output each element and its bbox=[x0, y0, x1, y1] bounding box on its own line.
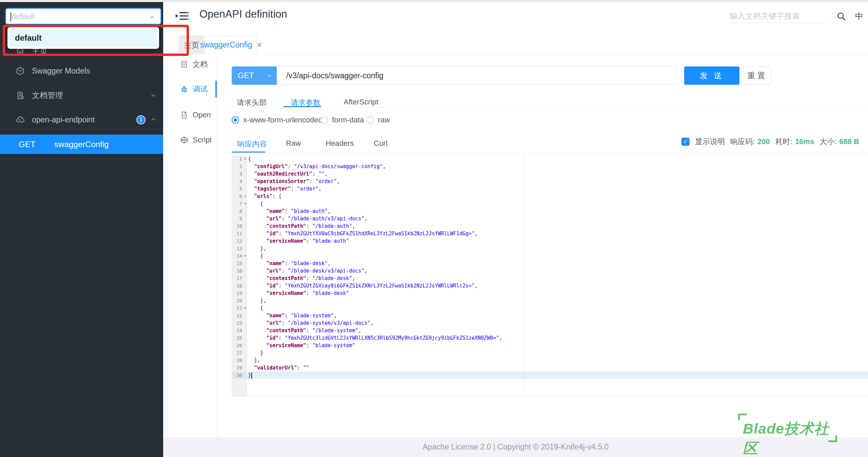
editor-line[interactable]: 21▾ { bbox=[232, 304, 868, 312]
editor-line[interactable]: 7▾ { bbox=[232, 200, 868, 207]
line-number: 21▾ bbox=[232, 304, 247, 312]
editor-line[interactable]: 25 "id": "YmxhZGUtc3lzdGVtL2JsYWRlLXN5c3… bbox=[232, 334, 868, 342]
editor-line[interactable]: 1▾{ bbox=[232, 155, 868, 163]
response-code-editor[interactable]: 1▾{2 "configUrl": "/v3/api-docs/swagger-… bbox=[232, 155, 868, 397]
editor-line[interactable]: 12 "serviceName": "blade-auth" bbox=[232, 237, 868, 245]
menu-fold-icon[interactable] bbox=[175, 9, 190, 23]
line-number: 17 bbox=[232, 275, 247, 282]
sidebar-item-label: 文档管理 bbox=[32, 90, 63, 101]
tab-raw[interactable]: Raw bbox=[286, 139, 301, 148]
divider bbox=[217, 153, 868, 153]
line-number: 1▾ bbox=[232, 155, 247, 163]
nav-item-open[interactable]: Open bbox=[163, 107, 217, 123]
line-number: 30 bbox=[232, 372, 247, 379]
radio-x-www-form-urlencoded[interactable]: x-www-form-urlencoded bbox=[232, 116, 323, 124]
doc-manage-icon bbox=[16, 91, 25, 100]
line-number: 23 bbox=[232, 319, 247, 327]
fold-arrow-icon[interactable]: ▾ bbox=[244, 193, 246, 200]
line-number: 25 bbox=[232, 334, 247, 342]
editor-line[interactable]: 23 "url": "/blade-system/v3/api-docs", bbox=[232, 319, 868, 327]
radio-icon bbox=[232, 116, 239, 124]
line-number: 4 bbox=[232, 178, 247, 185]
editor-line[interactable]: 4 "operationsSorter": "order", bbox=[232, 178, 868, 185]
editor-line[interactable]: 11 "id": "YmxhZGUtYXV0aC9ibGFkZS1hdXRoL3… bbox=[232, 230, 868, 237]
line-number: 26 bbox=[232, 342, 247, 349]
editor-line[interactable]: 18 "id": "YmxhZGUtZGVzay9ibGFkZS1kZXNrL3… bbox=[232, 282, 868, 290]
editor-line[interactable]: 24 "contextPath": "/blade-system", bbox=[232, 327, 868, 334]
tab-response-content[interactable]: 响应内容 bbox=[237, 139, 267, 149]
method-select[interactable]: GET bbox=[232, 66, 277, 85]
line-number: 10 bbox=[232, 222, 247, 230]
fold-arrow-icon[interactable]: ▾ bbox=[244, 200, 246, 207]
editor-line[interactable]: 9 "url": "/blade-auth/v3/api-docs", bbox=[232, 215, 868, 222]
search-input[interactable] bbox=[729, 9, 827, 23]
editor-line[interactable]: 10 "contextPath": "/blade-auth", bbox=[232, 222, 868, 230]
api-cloud-icon: API bbox=[16, 115, 25, 124]
group-select[interactable] bbox=[5, 8, 161, 24]
codepen-icon bbox=[180, 136, 188, 144]
editor-line[interactable]: 30} bbox=[232, 372, 868, 379]
radio-form-data[interactable]: form-data bbox=[321, 116, 364, 124]
editor-line[interactable]: 6▾ "urls": [ bbox=[232, 193, 868, 200]
active-nav-indicator bbox=[215, 81, 217, 98]
editor-line[interactable]: 14▾ { bbox=[232, 252, 868, 260]
text-cursor bbox=[251, 373, 252, 379]
group-select-input[interactable] bbox=[12, 12, 147, 21]
line-number: 2 bbox=[232, 163, 247, 170]
chevron-down-icon bbox=[266, 72, 273, 79]
chevron-down-icon bbox=[150, 92, 156, 98]
group-option-default[interactable]: default bbox=[9, 29, 157, 47]
nav-item-debug[interactable]: 调试 bbox=[163, 81, 217, 97]
editor-line[interactable]: 16 "url": "/blade-desk/v3/api-docs", bbox=[232, 267, 868, 275]
nav-item-doc[interactable]: 文档 bbox=[163, 56, 217, 73]
send-button[interactable]: 发 送 bbox=[684, 66, 739, 85]
line-number: 14▾ bbox=[232, 252, 247, 260]
editor-line[interactable]: 22 "name": "blade-system", bbox=[232, 312, 868, 319]
editor-line[interactable]: 29 "validatorUrl": "" bbox=[232, 364, 868, 372]
line-number: 18 bbox=[232, 282, 247, 290]
search-icon[interactable] bbox=[836, 11, 846, 21]
tab-headers[interactable]: Headers bbox=[326, 139, 354, 148]
fold-arrow-icon[interactable]: ▾ bbox=[244, 155, 246, 163]
tab-curl[interactable]: Curl bbox=[374, 139, 387, 148]
editor-line[interactable]: 26 "serviceName": "blade-system" bbox=[232, 342, 868, 349]
nav-item-script[interactable]: Script bbox=[163, 132, 217, 148]
radio-raw[interactable]: raw bbox=[366, 116, 390, 124]
line-number: 13 bbox=[232, 245, 247, 252]
chevron-up-icon bbox=[149, 14, 156, 21]
top-edge-strip bbox=[0, 0, 868, 2]
editor-line[interactable]: 19 "serviceName": "blade-desk" bbox=[232, 290, 868, 297]
language-toggle[interactable]: 中 bbox=[855, 11, 863, 22]
editor-line[interactable]: 5 "tagsSorter": "order", bbox=[232, 185, 868, 193]
sidebar-item-doc-manage[interactable]: 文档管理 bbox=[0, 87, 163, 103]
close-icon[interactable]: × bbox=[257, 41, 262, 49]
editor-line[interactable]: 20 }, bbox=[232, 297, 868, 304]
group-select-dropdown: default bbox=[7, 27, 159, 49]
editor-line[interactable]: 2 "configUrl": "/v3/api-docs/swagger-con… bbox=[232, 163, 868, 170]
fold-arrow-icon[interactable]: ▾ bbox=[244, 252, 246, 260]
editor-line[interactable]: 13 }, bbox=[232, 245, 868, 252]
radio-icon bbox=[366, 116, 374, 124]
line-number: 3 bbox=[232, 170, 247, 178]
request-url-input[interactable] bbox=[277, 66, 677, 85]
editor-line[interactable]: 3 "oauth2RedirectUrl": "", bbox=[232, 170, 868, 178]
document-icon bbox=[180, 60, 188, 68]
editor-line[interactable]: 27 } bbox=[232, 349, 868, 357]
editor-line[interactable]: 15 "name": "blade-desk", bbox=[232, 260, 868, 267]
fold-arrow-icon[interactable]: ▾ bbox=[244, 304, 246, 312]
response-size: 大小: 688 B bbox=[819, 137, 859, 147]
line-number: 24 bbox=[232, 327, 247, 334]
editor-line[interactable]: 17 "contextPath": "/blade-desk", bbox=[232, 275, 868, 282]
reset-button[interactable]: 重 置 bbox=[741, 66, 772, 85]
tab-request-headers[interactable]: 请求头部 bbox=[237, 98, 267, 108]
tab-swaggerconfig[interactable]: swaggerConfig × bbox=[205, 36, 257, 54]
sidebar-item-swagger-models[interactable]: Swagger Models bbox=[0, 63, 163, 79]
editor-line[interactable]: 8 "name": "blade-auth", bbox=[232, 207, 868, 215]
show-description-checkbox[interactable]: ✓ bbox=[681, 138, 690, 146]
editor-line[interactable]: 28 ], bbox=[232, 357, 868, 364]
response-meta: ✓ 显示说明 响应码: 200 耗时: 16ms 大小: 688 B bbox=[681, 137, 859, 147]
sidebar-operation-swaggerconfig[interactable]: GET swaggerConfig bbox=[0, 135, 163, 154]
line-number: 20 bbox=[232, 297, 247, 304]
sidebar-item-open-api-endpoint[interactable]: API open-api-endpoint 1 bbox=[0, 112, 163, 128]
tab-afterscript[interactable]: AfterScript bbox=[344, 98, 379, 106]
